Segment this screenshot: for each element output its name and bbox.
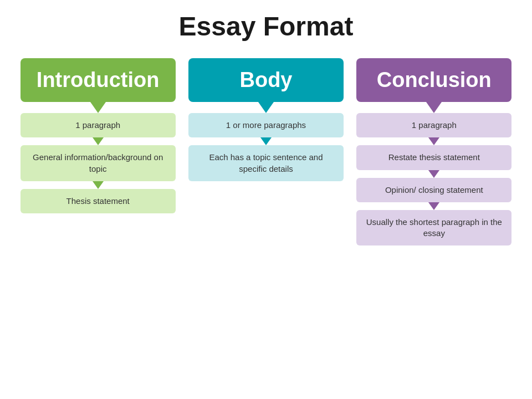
intro-arrow-0 [93,137,104,145]
intro-item-1: General information/background on topic [21,145,176,181]
intro-header: Introduction [21,58,176,102]
columns-container: Introduction 1 paragraph General informa… [6,58,526,245]
conc-header-arrow [426,102,442,113]
intro-items: 1 paragraph General information/backgrou… [21,113,176,213]
body-header: Body [188,58,344,102]
intro-item-0: 1 paragraph [21,113,176,137]
column-body: Body 1 or more paragraphs Each has a top… [188,58,344,181]
conc-arrow-2 [428,202,439,210]
body-header-arrow [258,102,274,113]
page-title: Essay Format [179,11,354,42]
conc-item-0: 1 paragraph [356,113,511,137]
conc-item-3: Usually the shortest paragraph in the es… [356,210,511,246]
body-arrow-0 [260,137,272,145]
column-conc: Conclusion 1 paragraph Restate thesis st… [356,58,511,245]
intro-arrow-1 [93,181,104,189]
body-item-0: 1 or more paragraphs [188,113,344,137]
body-items: 1 or more paragraphs Each has a topic se… [188,113,344,181]
conc-arrow-1 [428,170,439,178]
intro-header-arrow [90,102,106,113]
page: Essay Format Introduction 1 paragraph Ge… [0,0,532,399]
column-intro: Introduction 1 paragraph General informa… [21,58,176,213]
conc-arrow-0 [428,137,439,145]
body-item-1: Each has a topic sentence and specific d… [188,145,344,181]
intro-item-2: Thesis statement [21,189,176,213]
conc-items: 1 paragraph Restate thesis statement Opi… [356,113,511,245]
conc-item-2: Opinion/ closing statement [356,178,511,202]
conc-item-1: Restate thesis statement [356,145,511,170]
conc-header: Conclusion [356,58,511,102]
